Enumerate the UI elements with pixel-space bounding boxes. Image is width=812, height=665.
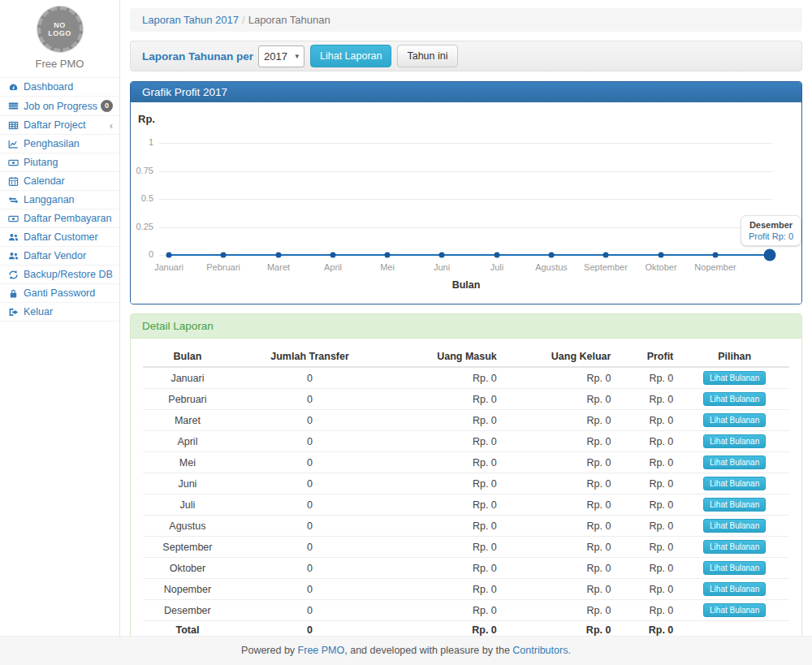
cell-profit: Rp. 0 [617,537,680,558]
view-month-button[interactable]: Lihat Bulanan [703,519,766,533]
chart-point-juni[interactable] [439,253,445,258]
footer-link-contributors[interactable]: Contributors. [512,645,571,656]
cell-jumlah: 0 [232,452,387,473]
cell-jumlah: 0 [232,410,387,431]
cell-masuk: Rp. 0 [387,473,503,494]
view-month-button[interactable]: Lihat Bulanan [703,540,766,554]
x-tick: Pebruari [206,262,240,272]
y-axis-label: Rp. [138,113,155,125]
sidebar-menu: Dashboard Job on Progress 0 Daftar Proje… [0,77,119,322]
sidebar-item-label: Piutang [24,157,58,168]
footer-text-prefix: Powered by [241,645,297,656]
sidebar-item-ganti-password[interactable]: Ganti Password [0,284,119,303]
cell-profit: Rp. 0 [617,367,680,389]
table-row: Agustus0Rp. 0Rp. 0Rp. 0Lihat Bulanan [143,516,789,537]
view-month-button[interactable]: Lihat Bulanan [703,498,766,512]
cell-bulan: September [143,537,232,558]
chart-point-mei[interactable] [385,253,391,258]
view-month-button[interactable]: Lihat Bulanan [703,413,766,427]
col-uang-masuk: Uang Masuk [387,347,503,367]
chart-point-juli[interactable] [495,253,500,258]
detail-panel-body: Bulan Jumlah Transfer Uang Masuk Uang Ke… [131,339,801,650]
cell-bulan: Pebruari [143,389,232,410]
profit-line-series [169,254,770,256]
sidebar-item-label: Daftar Project [24,119,85,131]
sidebar-item-calendar[interactable]: Calendar [0,172,119,191]
cell-bulan: Maret [143,410,232,431]
sidebar-item-label: Daftar Customer [24,231,98,243]
chart-point-desember[interactable] [764,249,776,261]
sidebar-item-keluar[interactable]: Keluar [0,303,119,322]
chart-point-pebruari[interactable] [221,253,227,258]
calendar-icon [6,176,20,187]
chart-point-agustus[interactable] [549,253,555,258]
sidebar-item-label: Daftar Vendor [24,250,86,261]
view-month-button[interactable]: Lihat Bulanan [703,561,766,575]
sidebar-item-daftar-vendor[interactable]: Daftar Vendor [0,247,119,266]
footer-link-free-pmo[interactable]: Free PMO [298,645,345,656]
view-month-button[interactable]: Lihat Bulanan [703,477,766,490]
chart-point-nopember[interactable] [713,253,719,258]
chart-point-maret[interactable] [276,253,282,258]
cell-masuk: Rp. 0 [387,389,503,410]
view-month-button[interactable]: Lihat Bulanan [703,456,766,469]
sidebar-item-label: Penghasilan [24,138,80,149]
profit-chart-panel: Grafik Profit 2017 Rp. 1 0.75 0.5 0.25 0 [130,81,802,304]
chart-point-april[interactable] [330,253,336,258]
view-month-button[interactable]: Lihat Bulanan [703,603,766,617]
x-tick: April [324,262,342,272]
chart-point-oktober[interactable] [659,253,664,258]
gridline [159,143,772,144]
x-tick: Nopember [694,262,736,272]
sidebar: NO LOGO Free PMO Dashboard Job on Progre… [0,0,120,636]
chart-point-januari[interactable] [166,253,172,258]
cell-bulan: Desember [143,600,232,621]
breadcrumb-link-laporan-tahun[interactable]: Laporan Tahun 2017 [142,14,239,26]
report-table: Bulan Jumlah Transfer Uang Masuk Uang Ke… [143,347,789,640]
breadcrumb: Laporan Tahun 2017/Laporan Tahunan [130,8,802,32]
sidebar-item-penghasilan[interactable]: Penghasilan [0,135,119,153]
cell-masuk: Rp. 0 [387,579,503,600]
cell-jumlah: 0 [232,558,387,579]
sidebar-item-daftar-project[interactable]: Daftar Project ‹ [0,116,119,135]
col-uang-keluar: Uang Keluar [503,347,618,367]
year-select-value: 2017 [264,50,287,63]
breadcrumb-separator: / [242,14,245,26]
view-month-button[interactable]: Lihat Bulanan [703,371,766,385]
sidebar-item-langganan[interactable]: Langganan [0,191,119,209]
sidebar-item-job-on-progress[interactable]: Job on Progress 0 [0,97,119,116]
chart-point-september[interactable] [603,253,609,258]
sidebar-item-label: Keluar [24,306,53,317]
sidebar-item-label: Ganti Password [24,287,95,299]
sidebar-item-piutang[interactable]: Piutang [0,153,119,172]
year-select[interactable]: 2017 ▾ [258,45,304,67]
brand-name: Free PMO [0,58,119,70]
sidebar-item-label: Langganan [24,194,75,205]
table-row: September0Rp. 0Rp. 0Rp. 0Lihat Bulanan [143,537,789,558]
view-report-button[interactable]: Lihat Laporan [310,45,391,67]
view-month-button[interactable]: Lihat Bulanan [703,582,766,596]
chart-tooltip: Desember Profit Rp: 0 [741,215,801,246]
table-row: Pebruari0Rp. 0Rp. 0Rp. 0Lihat Bulanan [143,389,789,410]
toolbar-label: Laporan Tahunan per [142,50,253,63]
cell-profit: Rp. 0 [617,389,680,410]
job-count-badge: 0 [101,100,113,112]
this-year-button[interactable]: Tahun ini [397,45,457,67]
cell-keluar: Rp. 0 [503,579,618,600]
table-icon [6,120,20,131]
gridline [159,171,772,172]
cell-masuk: Rp. 0 [387,367,503,389]
cell-jumlah: 0 [232,579,387,600]
caret-down-icon: ▾ [295,52,299,60]
sidebar-item-label: Job on Progress [24,101,97,112]
table-row: Nopember0Rp. 0Rp. 0Rp. 0Lihat Bulanan [143,579,789,600]
x-tick: Juli [490,262,504,272]
sidebar-item-daftar-customer[interactable]: Daftar Customer [0,228,119,247]
sidebar-item-backup-restore[interactable]: Backup/Restore DB [0,266,119,284]
cell-keluar: Rp. 0 [503,389,618,410]
sidebar-item-dashboard[interactable]: Dashboard [0,78,119,97]
view-month-button[interactable]: Lihat Bulanan [703,434,766,448]
cell-bulan: Oktober [143,558,232,579]
view-month-button[interactable]: Lihat Bulanan [703,392,766,406]
sidebar-item-daftar-pembayaran[interactable]: Daftar Pembayaran [0,209,119,228]
